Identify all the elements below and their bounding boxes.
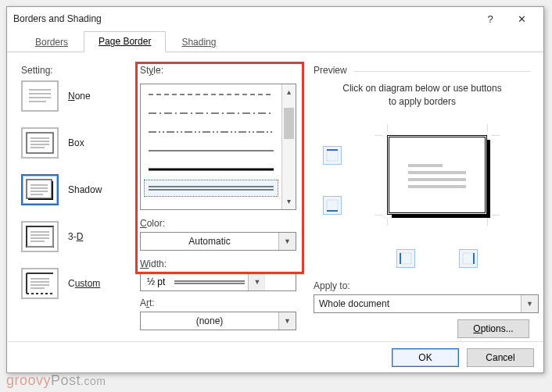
preview-instruction: Click on diagram below or use buttonsto … xyxy=(314,82,531,109)
svg-rect-38 xyxy=(327,150,338,161)
color-combo[interactable]: Automatic ▼ xyxy=(140,232,296,251)
setting-box-label: Box xyxy=(68,137,84,148)
chevron-down-icon[interactable]: ▼ xyxy=(278,233,296,250)
apply-to-value: Whole document xyxy=(314,298,521,309)
chevron-down-icon[interactable]: ▼ xyxy=(521,295,538,312)
style-option-dashdot[interactable] xyxy=(144,105,278,122)
setting-none-thumb xyxy=(21,80,59,112)
width-value: ½ pt xyxy=(141,276,171,287)
apply-to-combo[interactable]: Whole document ▼ xyxy=(314,294,539,313)
setting-none[interactable]: None xyxy=(21,80,132,112)
svg-rect-15 xyxy=(27,226,53,247)
options-button[interactable]: Options... xyxy=(457,319,529,338)
scroll-thumb[interactable] xyxy=(284,108,294,139)
setting-custom-thumb xyxy=(21,268,59,299)
chevron-down-icon[interactable]: ▼ xyxy=(248,273,265,290)
style-option-double[interactable] xyxy=(144,180,278,197)
scroll-down-icon[interactable]: ▾ xyxy=(282,194,296,209)
setting-3d[interactable]: 3-D xyxy=(21,221,132,252)
border-left-button[interactable] xyxy=(396,249,415,268)
setting-shadow-label: Shadow xyxy=(68,184,102,195)
svg-rect-40 xyxy=(327,200,338,211)
cancel-button[interactable]: Cancel xyxy=(467,348,534,367)
setting-box[interactable]: Box xyxy=(21,127,132,159)
style-option-dashed[interactable] xyxy=(144,86,278,103)
style-option-dashdotdot[interactable] xyxy=(144,123,278,141)
width-sample-line xyxy=(174,276,245,287)
borders-shading-dialog: Borders and Shading ? ✕ Borders Page Bor… xyxy=(6,6,544,373)
ok-button[interactable]: OK xyxy=(392,348,459,367)
border-bottom-button[interactable] xyxy=(323,196,342,215)
apply-to-heading: Apply to: xyxy=(314,280,350,291)
preview-diagram[interactable] xyxy=(387,135,487,215)
chevron-down-icon[interactable]: ▼ xyxy=(278,312,296,330)
art-value: (none) xyxy=(141,315,278,326)
setting-shadow-thumb xyxy=(21,174,59,205)
help-button[interactable]: ? xyxy=(475,8,506,30)
setting-heading: Setting: xyxy=(21,65,53,76)
scroll-up-icon[interactable]: ▴ xyxy=(282,84,296,100)
dialog-footer: OK Cancel xyxy=(7,341,543,372)
width-heading: Width: xyxy=(140,258,167,269)
setting-custom-label: Custom xyxy=(68,278,100,289)
color-heading: Color: xyxy=(140,218,165,229)
tab-shading[interactable]: Shading xyxy=(167,33,230,52)
svg-rect-4 xyxy=(27,133,53,153)
svg-rect-44 xyxy=(463,253,474,264)
style-heading: Style: xyxy=(140,65,163,76)
close-button[interactable]: ✕ xyxy=(506,8,537,30)
dialog-body: Setting: None Box Shadow xyxy=(16,59,534,337)
setting-none-label: None xyxy=(68,91,91,102)
style-scrollbar[interactable]: ▴ ▾ xyxy=(281,84,296,209)
art-combo[interactable]: (none) ▼ xyxy=(140,312,296,330)
setting-custom[interactable]: Custom xyxy=(21,268,132,299)
style-option-thick[interactable] xyxy=(144,161,278,178)
title-bar: Borders and Shading ? ✕ xyxy=(7,7,543,30)
border-right-button[interactable] xyxy=(459,249,478,268)
watermark: groovyPost.com xyxy=(6,372,106,389)
setting-3d-thumb xyxy=(21,221,59,252)
svg-rect-42 xyxy=(400,253,411,264)
style-option-thin[interactable] xyxy=(144,142,278,159)
width-combo[interactable]: ½ pt ▼ xyxy=(140,273,296,291)
tab-strip: Borders Page Border Shading xyxy=(7,30,543,52)
window-title: Borders and Shading xyxy=(13,7,475,30)
style-rows xyxy=(144,86,278,208)
scroll-track[interactable] xyxy=(282,100,296,194)
setting-column: Setting: None Box Shadow xyxy=(21,65,132,299)
tab-borders[interactable]: Borders xyxy=(21,33,82,52)
preview-heading: Preview xyxy=(314,65,347,76)
color-value: Automatic xyxy=(141,236,278,247)
border-top-button[interactable] xyxy=(323,146,342,165)
setting-3d-label: 3-D xyxy=(68,231,83,242)
style-listbox[interactable]: ▴ ▾ xyxy=(140,84,296,210)
preview-divider xyxy=(354,71,531,72)
tab-page-border[interactable]: Page Border xyxy=(84,31,166,52)
setting-box-thumb xyxy=(21,127,59,159)
setting-shadow[interactable]: Shadow xyxy=(21,174,132,205)
art-heading: Art: xyxy=(140,298,155,308)
